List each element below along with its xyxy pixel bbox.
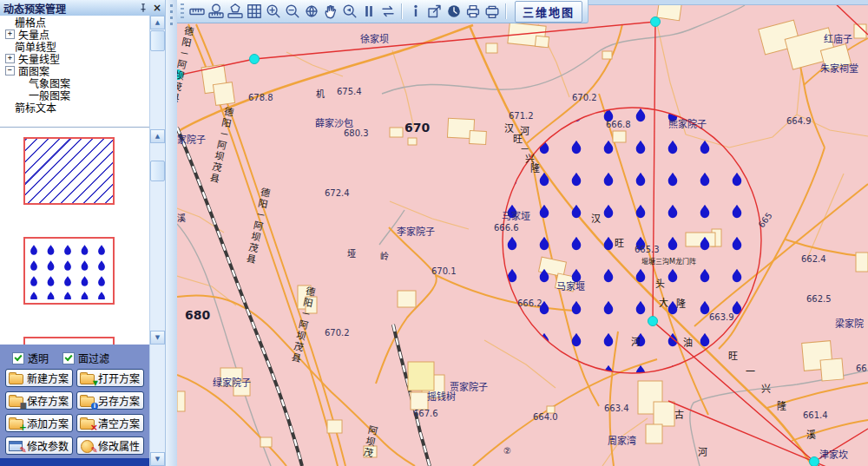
folder-saveas-button[interactable]: i另存方案 — [76, 391, 144, 410]
scroll-thumb[interactable] — [150, 161, 165, 181]
button-label: 添加方案 — [27, 416, 69, 430]
edit-params-icon: ✎ — [9, 439, 24, 452]
layer-tree: 栅格点+矢量点简单线型+矢量线型−面图案气象图案一般图案箭标文本 — [0, 16, 149, 127]
plan-controls: 透明面过滤 新建方案▼打开方案■保存方案i另存方案+添加方案×清空方案✎修改参数… — [0, 345, 149, 458]
map-canvas[interactable] — [177, 0, 868, 466]
scroll-up-icon[interactable]: ▲ — [150, 16, 165, 30]
button-label: 新建方案 — [27, 371, 69, 385]
scroll-thumb[interactable] — [150, 30, 165, 51]
folder-new-icon — [9, 371, 24, 384]
sidebar-item-5[interactable]: 气象图案 — [0, 76, 149, 89]
checkbox-1[interactable]: 面过滤 — [62, 351, 109, 365]
checkbox-0[interactable]: 透明 — [12, 351, 49, 365]
plan-manager-panel: 动态预案管理 × 栅格点+矢量点简单线型+矢量线型−面图案气象图案一般图案箭标文… — [0, 0, 165, 466]
toolbar-separator — [505, 3, 507, 19]
application-window: 动态预案管理 × 栅格点+矢量点简单线型+矢量线型−面图案气象图案一般图案箭标文… — [0, 0, 868, 466]
panel-title: 动态预案管理 — [0, 1, 137, 16]
splitter-grip-icon — [170, 4, 173, 27]
tree-item-label: 箭标文本 — [15, 100, 56, 115]
pan-hand-icon[interactable] — [321, 2, 340, 21]
panel-splitter[interactable] — [165, 0, 178, 466]
button-label: 修改参数 — [27, 438, 69, 453]
map-3d-button[interactable]: 三维地图 — [515, 1, 582, 23]
folder-clear-icon: × — [80, 417, 95, 430]
scroll-down-icon[interactable]: ▼ — [150, 452, 165, 466]
expand-icon[interactable]: + — [5, 54, 15, 63]
blue-drop-pattern[interactable] — [23, 237, 115, 305]
folder-clear-button[interactable]: ×清空方案 — [76, 414, 144, 432]
zoom-in-icon[interactable] — [264, 2, 283, 21]
folder-add-icon: + — [9, 417, 24, 430]
scroll-down-icon[interactable]: ▼ — [150, 331, 165, 345]
measure-area-icon[interactable] — [226, 2, 245, 21]
globe-back-icon[interactable] — [302, 2, 321, 21]
map-viewport[interactable]: 徐家坝红庙子朱家祠堂薛家沙包熊家院子李家院子马家垭马家堰梁家院贾家院子摇钱树周家… — [177, 0, 868, 466]
zoom-previous-icon[interactable] — [340, 2, 359, 21]
swap-icon[interactable] — [378, 2, 398, 21]
grid-icon[interactable] — [245, 2, 264, 21]
print-icon[interactable] — [464, 2, 483, 21]
edit-props-button[interactable]: ✎修改属性 — [76, 436, 144, 455]
collapse-icon[interactable]: − — [5, 66, 15, 75]
button-label: 清空方案 — [98, 416, 140, 430]
checkbox-label: 面过滤 — [78, 351, 109, 365]
folder-open-icon: ▼ — [80, 371, 95, 384]
info-icon[interactable] — [406, 2, 425, 21]
button-label: 打开方案 — [98, 371, 140, 385]
pin-icon[interactable] — [137, 2, 149, 14]
button-label: 修改属性 — [98, 438, 140, 453]
checkbox-label: 透明 — [28, 351, 49, 365]
panel-bottom-strip — [0, 458, 149, 466]
folder-add-button[interactable]: +添加方案 — [5, 414, 73, 432]
export-icon[interactable] — [425, 2, 444, 21]
edit-props-icon: ✎ — [80, 439, 95, 452]
ruler-icon[interactable] — [187, 2, 207, 21]
button-label: 保存方案 — [27, 393, 69, 408]
print-preview-icon[interactable] — [483, 2, 502, 21]
zoom-out-icon[interactable] — [283, 2, 302, 21]
expand-icon[interactable]: + — [5, 30, 15, 39]
edit-params-button[interactable]: ✎修改参数 — [5, 436, 73, 455]
folder-save-icon: ■ — [9, 394, 24, 407]
folder-saveas-icon: i — [80, 394, 95, 407]
measure-distance-icon[interactable] — [207, 2, 226, 21]
pause-icon[interactable] — [359, 2, 378, 21]
toolbar-separator — [401, 3, 403, 19]
clock-icon[interactable] — [444, 2, 464, 21]
scroll-up-icon[interactable]: ▲ — [150, 129, 165, 143]
panel-scrollbar[interactable]: ▲▲▼▼ — [149, 16, 166, 466]
folder-open-button[interactable]: ▼打开方案 — [76, 369, 144, 387]
close-icon[interactable]: × — [151, 2, 163, 14]
toolbar: 三维地图 — [177, 0, 589, 23]
diagonal-hatch-pattern[interactable] — [23, 137, 115, 205]
toolbar-grip-icon[interactable] — [181, 3, 184, 19]
filter-checkboxes: 透明面过滤 — [12, 351, 109, 365]
sidebar-item-4[interactable]: −面图案 — [0, 64, 149, 76]
sidebar-item-7[interactable]: 箭标文本 — [0, 101, 149, 113]
panel-titlebar: 动态预案管理 × — [0, 0, 165, 16]
folder-new-button[interactable]: 新建方案 — [5, 369, 73, 387]
button-label: 另存方案 — [98, 393, 140, 408]
pattern-list — [0, 127, 149, 345]
folder-save-button[interactable]: ■保存方案 — [5, 391, 73, 410]
